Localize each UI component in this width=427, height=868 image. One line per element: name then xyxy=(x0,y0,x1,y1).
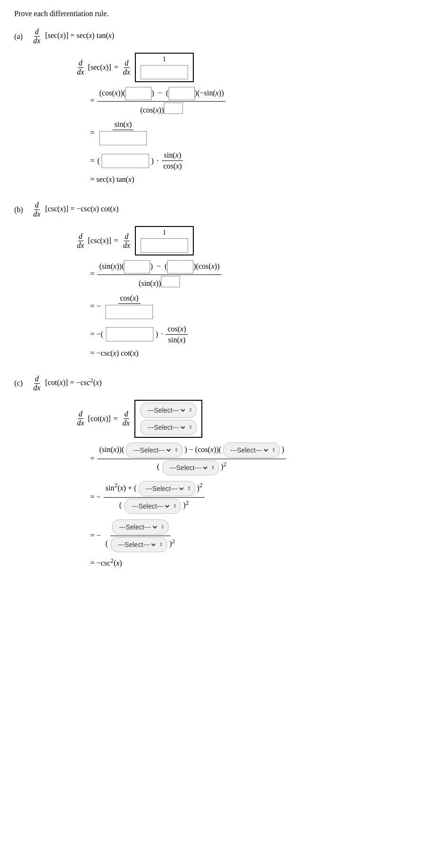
step-a-5: = sec(x) tan(x) xyxy=(14,175,413,184)
section-b-formula: d dx [csc(x)] = −csc(x) cot(x) xyxy=(32,201,119,218)
select-c-4a-wrapper[interactable]: ---Select--- sin(x) cos(x) tan(x) csc(x)… xyxy=(112,519,169,535)
select-c-4b[interactable]: ---Select--- sin(x) cos(x) tan(x) csc(x)… xyxy=(116,540,157,549)
input-a-1[interactable] xyxy=(141,65,188,79)
step-a-1: d dx [sec(x)] = d dx 1 xyxy=(14,53,413,82)
select-c-4b-wrapper[interactable]: ---Select--- sin(x) cos(x) tan(x) csc(x)… xyxy=(111,537,167,552)
section-c: (c) d dx [cot(x)] = −csc2(x) d dx [cot(x… xyxy=(14,375,413,567)
select-c-3a[interactable]: ---Select--- sin(x) cos(x) tan(x) csc(x)… xyxy=(144,484,185,493)
step-a-2: = (cos(x))() − ()(−sin(x)) (cos(x)) xyxy=(14,86,413,115)
input-b-2c[interactable] xyxy=(161,276,180,287)
input-a-3[interactable] xyxy=(99,131,147,145)
step-b-3: = − cos(x) xyxy=(14,293,413,320)
step-b-4: = −( ) · cos(x) sin(x) xyxy=(14,324,413,345)
select-c-3a-wrapper[interactable]: ---Select--- sin(x) cos(x) tan(x) csc(x)… xyxy=(139,481,195,496)
step-c-1: d dx [cot(x)] = d dx ---Select--- sin(x)… xyxy=(14,400,413,438)
section-b: (b) d dx [csc(x)] = −csc(x) cot(x) d dx … xyxy=(14,201,413,357)
input-b-4[interactable] xyxy=(106,327,153,341)
section-a-formula: d dx [sec(x)] = sec(x) tan(x) xyxy=(32,28,114,45)
deriv-frac-c: d dx xyxy=(32,375,41,392)
select-c-2a[interactable]: ---Select--- sin(x) cos(x) tan(x) csc(x)… xyxy=(131,446,172,454)
input-b-3[interactable] xyxy=(105,305,153,319)
section-c-formula: d dx [cot(x)] = −csc2(x) xyxy=(32,375,102,392)
step-a-3: = sin(x) xyxy=(14,119,413,146)
section-a: (a) d dx [sec(x)] = sec(x) tan(x) d dx [… xyxy=(14,28,413,184)
select-c-2b[interactable]: ---Select--- sin(x) cos(x) tan(x) csc(x)… xyxy=(228,446,270,454)
input-b-2b[interactable] xyxy=(167,260,193,274)
select-c-1a[interactable]: ---Select--- sin(x) cos(x) tan(x) csc(x)… xyxy=(145,406,187,415)
section-b-label: (b) xyxy=(14,206,28,214)
select-c-1b-wrapper[interactable]: ---Select--- sin(x) cos(x) tan(x) csc(x)… xyxy=(140,420,197,435)
select-c-2c-wrapper[interactable]: ---Select--- sin(x) cos(x) tan(x) csc(x)… xyxy=(162,460,219,475)
select-c-1b[interactable]: ---Select--- sin(x) cos(x) tan(x) csc(x)… xyxy=(145,423,187,432)
step-c-5: = −csc2(x) xyxy=(14,557,413,567)
select-c-1a-wrapper[interactable]: ---Select--- sin(x) cos(x) tan(x) csc(x)… xyxy=(140,403,197,418)
deriv-frac-a: d dx xyxy=(32,28,41,45)
step-c-2: = (sin(x))( ---Select--- sin(x) cos(x) t… xyxy=(14,442,413,476)
step-c-3: = − sin2(x) + ( ---Select--- sin(x) cos(… xyxy=(14,480,413,515)
deriv-frac-b: d dx xyxy=(32,201,41,218)
input-a-2b[interactable] xyxy=(169,87,195,100)
step-b-2: = (sin(x))() − ()(cos(x)) (sin(x)) xyxy=(14,259,413,289)
input-b-2a[interactable] xyxy=(124,260,150,274)
select-c-4a[interactable]: ---Select--- sin(x) cos(x) tan(x) csc(x)… xyxy=(117,523,159,531)
input-a-4[interactable] xyxy=(102,154,149,168)
select-c-2a-wrapper[interactable]: ---Select--- sin(x) cos(x) tan(x) csc(x)… xyxy=(126,443,182,458)
section-c-label: (c) xyxy=(14,379,28,387)
step-a-4: = ( ) · sin(x) cos(x) xyxy=(14,150,413,171)
input-b-1[interactable] xyxy=(141,238,188,253)
input-a-2c[interactable] xyxy=(164,103,183,114)
step-c-4: = − ---Select--- sin(x) cos(x) tan(x) cs… xyxy=(14,519,413,553)
select-c-2b-wrapper[interactable]: ---Select--- sin(x) cos(x) tan(x) csc(x)… xyxy=(223,443,280,458)
select-c-3b[interactable]: ---Select--- sin(x) cos(x) tan(x) csc(x)… xyxy=(130,502,171,510)
select-c-2c[interactable]: ---Select--- sin(x) cos(x) tan(x) csc(x)… xyxy=(168,463,209,472)
problem-title: Prove each differentiation rule. xyxy=(14,9,413,18)
step-b-1: d dx [csc(x)] = d dx 1 xyxy=(14,226,413,255)
select-c-3b-wrapper[interactable]: ---Select--- sin(x) cos(x) tan(x) csc(x)… xyxy=(124,499,181,514)
section-a-label: (a) xyxy=(14,32,28,41)
input-a-2a[interactable] xyxy=(125,87,152,100)
step-b-5: = −csc(x) cot(x) xyxy=(14,349,413,358)
